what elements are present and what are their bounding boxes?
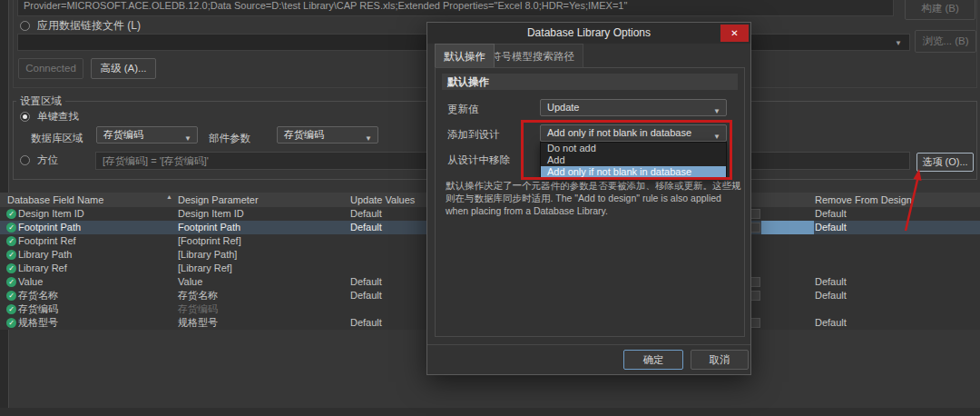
cancel-button[interactable]: 取消 xyxy=(691,350,749,370)
add-to-design-label: 添加到设计 xyxy=(447,128,500,142)
cell-param: Design Item ID xyxy=(178,207,244,221)
update-values-label: 更新值 xyxy=(447,103,479,116)
cell-param: [Library Ref] xyxy=(178,262,232,275)
cell-field: 规格型号 xyxy=(18,316,58,330)
cell-update: Default xyxy=(350,221,382,234)
build-button[interactable]: 构建 (B) xyxy=(905,0,975,20)
cell-field: Value xyxy=(18,275,43,289)
check-icon: ✓ xyxy=(6,263,16,273)
cell-param: 存货名称 xyxy=(178,289,218,302)
chevron-down-icon: ▼ xyxy=(895,39,902,47)
part-parameter-select[interactable]: 存货编码 ▼ xyxy=(277,126,378,144)
header-database-field-name[interactable]: Database Field Name xyxy=(7,193,103,207)
add-to-design-cell[interactable] xyxy=(750,291,760,301)
connection-string-input[interactable]: Provider=MICROSOFT.ACE.OLEDB.12.0;Data S… xyxy=(17,0,894,16)
cell-param: [Footprint Ref] xyxy=(178,234,241,248)
update-values-value: Update xyxy=(547,102,579,113)
close-icon[interactable]: ✕ xyxy=(720,25,749,42)
remove-from-design-label: 从设计中移除 xyxy=(447,154,510,167)
use-data-link-file-label: 应用数据链接文件 (L) xyxy=(37,18,141,34)
cell-field: Design Item ID xyxy=(18,207,84,221)
cell-remove: Default xyxy=(815,221,847,234)
browse-button[interactable]: 浏览... (B) xyxy=(915,30,976,53)
cell-param: [Library Path] xyxy=(178,248,237,262)
use-data-link-file-option: 应用数据链接文件 (L) xyxy=(20,19,141,32)
cell-param: 存货编码 xyxy=(178,302,218,316)
cell-field: Library Ref xyxy=(18,262,67,275)
tab-symbol-model-search-path[interactable]: 符号模型搜索路径 xyxy=(482,44,583,67)
connected-button[interactable]: Connected xyxy=(18,58,83,79)
check-icon: ✓ xyxy=(6,291,16,301)
cell-field: Library Path xyxy=(18,248,72,262)
check-icon: ✓ xyxy=(6,209,16,219)
cell-remove: Default xyxy=(815,207,847,221)
cell-update: Default xyxy=(350,275,382,289)
check-icon: ✓ xyxy=(6,250,16,260)
check-icon: ✓ xyxy=(6,318,16,328)
radio-icon[interactable] xyxy=(20,21,30,31)
check-icon: ✓ xyxy=(6,223,16,233)
cell-update: Default xyxy=(350,316,382,330)
radio-selected-icon[interactable] xyxy=(20,112,30,122)
app-window: Provider=MICROSOFT.ACE.OLEDB.12.0;Data S… xyxy=(0,0,980,416)
single-key-lookup-label: 单键查找 xyxy=(37,110,79,124)
dialog-title: Database Library Options xyxy=(427,23,750,44)
selected-add-cell[interactable] xyxy=(761,221,814,234)
default-actions-group-title: 默认操作 xyxy=(442,74,738,90)
check-icon: ✓ xyxy=(6,236,16,246)
where-clause-option: 方位 xyxy=(20,154,58,167)
cell-param: Value xyxy=(178,275,202,289)
database-library-options-dialog: Database Library Options ✕ 默认操作 符号模型搜索路径… xyxy=(426,22,751,375)
header-design-parameter[interactable]: Design Parameter xyxy=(178,193,259,207)
where-clause-label: 方位 xyxy=(37,154,58,167)
dialog-footer-divider xyxy=(427,344,750,345)
cell-field: 存货编码 xyxy=(18,302,58,316)
ok-button[interactable]: 确定 xyxy=(623,350,683,370)
check-icon: ✓ xyxy=(6,277,16,287)
annotation-arrow xyxy=(895,163,927,236)
header-update-values[interactable]: Update Values xyxy=(350,193,415,207)
chevron-down-icon: ▼ xyxy=(713,104,720,119)
update-values-select[interactable]: Update ▼ xyxy=(540,99,727,116)
part-parameter-value: 存货编码 xyxy=(284,129,324,140)
database-field-select[interactable]: 存货编码 ▼ xyxy=(96,126,198,144)
chevron-down-icon: ▼ xyxy=(365,131,372,146)
cell-update: Default xyxy=(350,289,382,302)
sort-ascending-icon: ▲ xyxy=(166,193,172,200)
dialog-titlebar[interactable]: Database Library Options ✕ xyxy=(427,23,750,44)
annotation-highlight-rectangle xyxy=(521,120,732,180)
radio-icon[interactable] xyxy=(20,155,30,165)
bottom-edge xyxy=(0,408,980,416)
cell-remove: Default xyxy=(815,289,847,302)
cell-field: Footprint Path xyxy=(18,221,81,234)
database-field-label: 数据库区域 xyxy=(31,132,83,145)
add-to-design-cell[interactable] xyxy=(750,318,760,328)
cell-field: Footprint Ref xyxy=(18,234,76,248)
part-parameter-label: 部件参数 xyxy=(209,132,250,145)
add-to-design-cell[interactable] xyxy=(750,223,760,233)
cell-param: Footprint Path xyxy=(178,221,240,234)
database-field-value: 存货编码 xyxy=(103,129,143,140)
settings-group-title: 设置区域 xyxy=(16,94,65,108)
add-to-design-cell[interactable] xyxy=(750,209,760,219)
cell-remove: Default xyxy=(815,275,847,289)
default-actions-description: 默认操作决定了一个元器件的参数是否要被添加、移除或更新。这些规则在与数据库同步时… xyxy=(446,179,741,217)
check-icon: ✓ xyxy=(6,304,16,314)
advanced-button[interactable]: 高级 (A)... xyxy=(91,58,156,79)
add-to-design-cell[interactable] xyxy=(750,277,760,287)
cell-update: Default xyxy=(350,207,382,221)
cell-param: 规格型号 xyxy=(178,316,218,330)
cell-remove: Default xyxy=(815,316,847,330)
single-key-lookup-option: 单键查找 xyxy=(20,110,79,124)
cell-field: 存货名称 xyxy=(18,289,58,302)
chevron-down-icon: ▼ xyxy=(184,131,191,146)
tab-default-actions[interactable]: 默认操作 xyxy=(435,44,495,67)
